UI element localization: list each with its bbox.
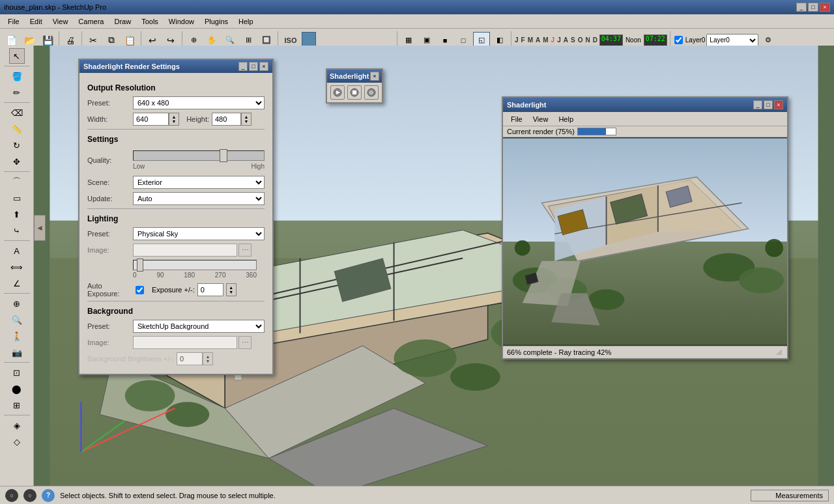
menu-tools[interactable]: Tools (136, 16, 164, 27)
close-button[interactable]: × (820, 3, 830, 12)
lighting-preset-select[interactable]: Physical Sky Artificial Lights Only No L… (133, 227, 265, 240)
minimize-button[interactable]: _ (796, 3, 807, 12)
followme-tool[interactable]: ⤷ (9, 223, 25, 238)
render-settings-minimize[interactable]: _ (238, 62, 248, 71)
month-J2[interactable]: J (551, 36, 556, 44)
quality-slider-container: Low High (133, 148, 265, 173)
month-S[interactable]: S (570, 36, 576, 44)
menu-help[interactable]: Help (233, 16, 259, 27)
month-A1[interactable]: A (535, 36, 541, 44)
bg-image-input[interactable] (133, 336, 237, 349)
quality-high-label: High (251, 163, 265, 170)
bg-brightness-spinner[interactable]: ▲▼ (203, 352, 213, 365)
bg-brightness-input[interactable] (177, 352, 203, 365)
walk-tool[interactable]: 🚶 (9, 328, 25, 344)
output-resolution-header: Output Resolution (87, 83, 265, 92)
height-input[interactable] (212, 113, 241, 126)
sunlight-checkbox[interactable] (674, 36, 683, 44)
select-tool[interactable]: ↖ (9, 48, 25, 64)
month-A2[interactable]: A (563, 36, 569, 44)
shape-tool[interactable]: ▭ (9, 190, 25, 206)
menu-window[interactable]: Window (164, 16, 199, 27)
month-N[interactable]: N (584, 36, 590, 44)
bg-image-label: Image: (87, 339, 133, 346)
orbit-left-tool[interactable]: ⊕ (9, 296, 25, 311)
render-settings-maximize[interactable]: □ (249, 62, 258, 71)
render-settings-close[interactable]: × (259, 62, 268, 71)
time-input-1[interactable]: 04:37 (599, 35, 623, 46)
exposure-label: Exposure +/-: (152, 286, 195, 294)
month-J1[interactable]: J (514, 36, 519, 44)
lighting-browse-btn[interactable]: ⋯ (238, 244, 252, 257)
update-select[interactable]: Auto Manual (133, 192, 265, 205)
shaderlight-small-close[interactable]: × (370, 72, 379, 81)
shaderlight-render-titlebar[interactable]: Shaderlight _ □ × (503, 98, 787, 112)
zoom-left-tool[interactable]: 🔍 (9, 312, 25, 328)
axes-tool[interactable]: ⊞ (9, 397, 25, 413)
render-menu-file[interactable]: File (506, 114, 528, 124)
sandbox1-tool[interactable]: ◈ (9, 417, 25, 433)
render-settings-button[interactable]: ⚙ (364, 85, 379, 100)
dimension-tool[interactable]: ⟺ (9, 259, 25, 275)
render-stop-button[interactable] (347, 85, 362, 100)
text-tool[interactable]: A (9, 243, 25, 259)
quality-row: Quality: Low High (87, 148, 265, 173)
render-play-button[interactable] (330, 85, 345, 100)
layer-dropdown[interactable]: Layer0 (706, 34, 758, 47)
month-M1[interactable]: M (527, 36, 534, 44)
shaderlight-render-minimize[interactable]: _ (753, 100, 762, 109)
maximize-button[interactable]: □ (808, 3, 818, 12)
bg-browse-btn[interactable]: ⋯ (238, 336, 252, 349)
render-settings-titlebar[interactable]: Shaderlight Render Settings _ □ × (79, 60, 272, 73)
exposure-spinner[interactable]: ▲▼ (226, 283, 237, 296)
resize-handle[interactable] (775, 348, 783, 356)
tape-tool[interactable]: 📏 (9, 121, 25, 137)
render-menu-view[interactable]: View (528, 114, 554, 124)
section-tool[interactable]: ⊡ (9, 365, 25, 380)
month-O[interactable]: O (577, 36, 584, 44)
angle-tool[interactable]: ∠ (9, 275, 25, 291)
time-input-2[interactable]: 07:22 (644, 35, 667, 46)
menu-edit[interactable]: Edit (25, 16, 48, 27)
pencil-tool[interactable]: ✏ (9, 85, 25, 100)
shaderlight-render-close[interactable]: × (774, 100, 783, 109)
rotate-tool[interactable]: ↻ (9, 137, 25, 153)
arc-tool[interactable]: ⌒ (9, 174, 25, 189)
shaderlight-small-titlebar[interactable]: Shaderlight × (327, 70, 382, 83)
month-D[interactable]: D (592, 36, 598, 44)
measure-tool[interactable]: ⬤ (9, 381, 25, 397)
eraser-tool[interactable]: ⌫ (9, 105, 25, 120)
shaderlight-render-maximize[interactable]: □ (764, 100, 773, 109)
width-spinner[interactable]: ▲▼ (169, 113, 179, 126)
menu-plugins[interactable]: Plugins (199, 16, 233, 27)
position-slider[interactable] (133, 260, 257, 270)
preset-select[interactable]: 640 x 480 800 x 600 1024 x 768 1280 x 72… (133, 96, 265, 109)
svg-point-54 (739, 268, 784, 294)
scene-select[interactable]: Exterior Interior (133, 176, 265, 189)
left-toolbar: ↖ 🪣 ✏ ⌫ 📏 ↻ ✥ ⌒ ▭ ⬆ ⤷ A ⟺ ∠ ⊕ 🔍 🚶 📷 ⊡ ⬤ … (0, 46, 34, 486)
lighting-image-input[interactable] (133, 244, 237, 257)
menu-draw[interactable]: Draw (109, 16, 136, 27)
menu-camera[interactable]: Camera (73, 16, 109, 27)
camera-left-tool[interactable]: 📷 (9, 344, 25, 360)
height-spinner[interactable]: ▲▼ (241, 113, 252, 126)
sandbox2-tool[interactable]: ◇ (9, 434, 25, 449)
move-tool[interactable]: ✥ (9, 154, 25, 169)
expand-handle[interactable]: ◄ (34, 215, 46, 241)
month-F[interactable]: F (521, 36, 526, 44)
render-menu-help[interactable]: Help (553, 114, 579, 124)
month-M2[interactable]: M (542, 36, 549, 44)
paint-tool[interactable]: 🪣 (9, 68, 25, 84)
render-preview-svg (503, 137, 787, 346)
auto-exposure-checkbox[interactable] (136, 286, 144, 294)
bg-preset-select[interactable]: SketchUp Background Custom Image Physica… (133, 320, 265, 333)
width-input[interactable] (133, 113, 169, 126)
menu-file[interactable]: File (3, 16, 25, 27)
exposure-input[interactable] (197, 283, 223, 296)
push-tool[interactable]: ⬆ (9, 206, 25, 222)
shaderlight-small-title-text: Shaderlight (330, 72, 369, 80)
quality-slider[interactable] (133, 150, 265, 161)
month-J3[interactable]: J (556, 36, 562, 44)
status-icon-1: ○ (5, 489, 18, 502)
menu-view[interactable]: View (48, 16, 74, 27)
